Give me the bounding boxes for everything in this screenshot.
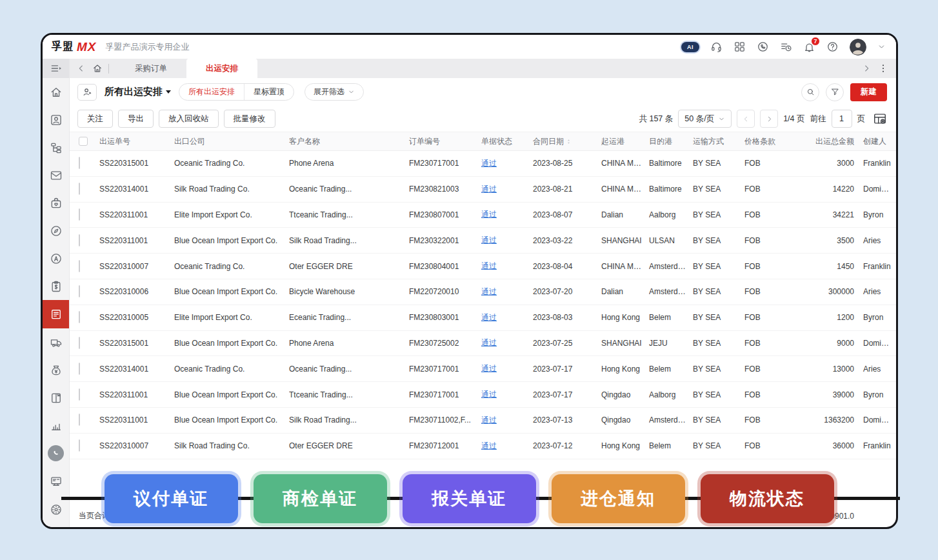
action-button-2[interactable]: 导出: [118, 110, 154, 128]
view-title[interactable]: 所有出运安排: [105, 86, 171, 98]
notifications-button[interactable]: 7: [803, 41, 815, 53]
status-link[interactable]: 通过: [481, 415, 497, 425]
sidebar-item-truck[interactable]: [43, 328, 69, 356]
ai-badge[interactable]: AI: [681, 42, 699, 52]
row-checkbox[interactable]: [79, 388, 80, 401]
sidebar-item-bag[interactable]: [43, 189, 69, 217]
mail-icon: [50, 169, 63, 182]
filter-pill-2[interactable]: 星标置顶: [244, 84, 294, 100]
cell-price_term: FOB: [744, 365, 795, 374]
action-button-4[interactable]: 批量修改: [224, 110, 275, 128]
table-row[interactable]: SS220315001Oceanic Trading Co.Phone Aren…: [70, 151, 896, 177]
next-page-button[interactable]: [760, 110, 778, 128]
cell-status: 通过: [481, 312, 533, 323]
sidebar-item-contact[interactable]: [43, 106, 69, 134]
sidebar-item-home[interactable]: [43, 78, 69, 106]
table-row[interactable]: SS220310006Blue Ocean Import Export Co.B…: [70, 279, 896, 305]
apps-grid-icon[interactable]: [733, 41, 746, 53]
table-row[interactable]: SS220311001Blue Ocean Import Export Co.S…: [70, 228, 896, 254]
row-checkbox[interactable]: [79, 337, 80, 349]
table-row[interactable]: SS220315001Blue Ocean Import Export Co.P…: [70, 331, 896, 357]
headset-icon[interactable]: [710, 41, 723, 53]
sidebar-item-mail[interactable]: [43, 161, 69, 189]
view-switch-button[interactable]: [77, 84, 97, 101]
status-link[interactable]: 通过: [481, 159, 497, 168]
tab-2[interactable]: 出运安排: [186, 59, 257, 78]
status-link[interactable]: 通过: [481, 313, 497, 322]
table-row[interactable]: SS220310007Silk Road Trading Co.Oter EGG…: [70, 434, 896, 459]
row-checkbox[interactable]: [79, 260, 80, 272]
status-link[interactable]: 通过: [481, 210, 497, 219]
cell-status: 通过: [481, 158, 533, 169]
status-link[interactable]: 通过: [481, 441, 497, 450]
flow-button-5[interactable]: 物流状态: [701, 474, 834, 523]
more-menu-icon[interactable]: [878, 63, 888, 74]
cell-creator: Dominic: [857, 339, 896, 348]
back-chevron-icon[interactable]: [76, 63, 86, 74]
flow-button-1[interactable]: 议付单证: [105, 474, 238, 523]
search-button[interactable]: [801, 83, 819, 101]
row-checkbox[interactable]: [79, 285, 80, 297]
flow-button-4[interactable]: 进仓通知: [552, 474, 685, 523]
filter-pill-1[interactable]: 所有出运安排: [179, 84, 244, 100]
status-link[interactable]: 通过: [481, 390, 497, 399]
column-settings-icon[interactable]: [873, 112, 887, 126]
tab-1[interactable]: 采购订单: [115, 59, 186, 78]
cell-creator: Byron: [857, 390, 896, 399]
status-link[interactable]: 通过: [481, 364, 497, 373]
flow-button-3[interactable]: 报关单证: [403, 474, 536, 523]
status-link[interactable]: 通过: [481, 338, 497, 347]
task-history-icon[interactable]: [780, 41, 792, 53]
row-checkbox[interactable]: [79, 208, 80, 221]
row-checkbox[interactable]: [79, 414, 80, 426]
cell-dest: Belem: [649, 313, 693, 322]
status-link[interactable]: 通过: [481, 235, 497, 245]
cell-id: SS220314001: [99, 365, 174, 374]
help-icon[interactable]: [826, 41, 839, 53]
cell-dest: Amsterdam: [649, 287, 693, 296]
cell-status: 通过: [481, 261, 533, 272]
sidebar-item-bar-chart[interactable]: [43, 412, 69, 439]
row-checkbox[interactable]: [79, 234, 80, 246]
forward-chevron-icon[interactable]: [861, 63, 872, 74]
status-link[interactable]: 通过: [481, 261, 497, 270]
chevron-down-icon[interactable]: [877, 43, 886, 51]
status-link[interactable]: 通过: [481, 287, 497, 296]
filter-button[interactable]: [826, 83, 844, 101]
sidebar-item-compass[interactable]: [43, 217, 69, 245]
table-row[interactable]: SS220314001Oceanic Trading Co.Oceanic Tr…: [70, 356, 896, 382]
row-checkbox[interactable]: [79, 157, 80, 169]
sidebar-item-org[interactable]: [43, 134, 69, 161]
goto-page-input[interactable]: [832, 110, 852, 128]
sidebar-item-invoice[interactable]: [43, 300, 69, 328]
prev-page-button[interactable]: [737, 110, 755, 128]
user-avatar[interactable]: [850, 39, 866, 55]
action-button-1[interactable]: 关注: [77, 110, 113, 128]
new-button[interactable]: 新建: [850, 83, 887, 101]
row-checkbox[interactable]: [79, 363, 80, 375]
table-row[interactable]: SS220310007Oceanic Trading Co.Oter EGGER…: [70, 254, 896, 279]
whatsapp-icon[interactable]: [757, 41, 769, 53]
action-button-3[interactable]: 放入回收站: [159, 110, 219, 128]
table-row[interactable]: SS220311001Blue Ocean Import Export Co.S…: [70, 408, 896, 434]
select-all-checkbox[interactable]: [79, 137, 88, 146]
sidebar-item-money-bag[interactable]: [43, 356, 69, 384]
sidebar-item-circle-a[interactable]: [43, 245, 69, 272]
table-row[interactable]: SS220310005Elite Import Export Co.Eceani…: [70, 305, 896, 331]
expand-filter-button[interactable]: 展开筛选: [304, 83, 364, 101]
flow-button-2[interactable]: 商检单证: [254, 474, 387, 523]
sort-icon[interactable]: [566, 139, 572, 145]
home-tab-icon[interactable]: [92, 63, 103, 74]
page-size-select[interactable]: 50 条/页: [678, 110, 732, 128]
sidebar-item-clipboard-dollar[interactable]: [43, 272, 69, 300]
row-checkbox[interactable]: [79, 439, 80, 452]
row-checkbox[interactable]: [79, 311, 80, 323]
sidebar-item-notebook[interactable]: [43, 384, 69, 412]
table-row[interactable]: SS220311001Elite Import Export Co.Ttcean…: [70, 203, 896, 228]
status-link[interactable]: 通过: [481, 185, 497, 194]
sidebar-item-phone[interactable]: [43, 439, 69, 467]
row-checkbox[interactable]: [79, 183, 80, 195]
table-row[interactable]: SS220314001Silk Road Trading Co.Oceanic …: [70, 177, 896, 203]
sidebar-item-collapse[interactable]: [43, 59, 69, 78]
table-row[interactable]: SS220311001Blue Ocean Import Export Co.T…: [70, 382, 896, 408]
